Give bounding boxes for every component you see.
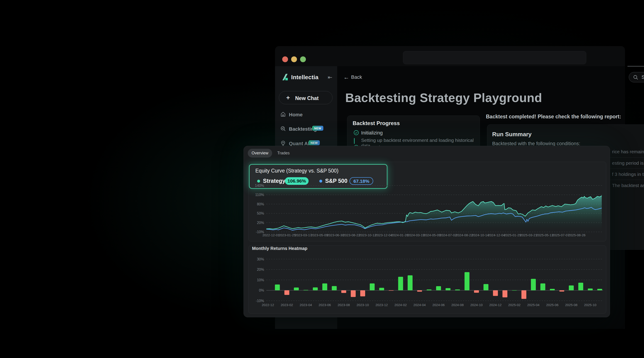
progress-card-title: Backtest Progress [353, 120, 400, 126]
progress-detail-rail [354, 138, 355, 144]
back-button[interactable]: ←Back [344, 74, 362, 81]
new-badge: NEW [312, 126, 323, 131]
new-chat-button[interactable]: + New Chat [279, 91, 332, 104]
monthly-returns-card [248, 245, 606, 313]
strategy-return-badge: 106.96% [285, 177, 308, 185]
strategy-legend-label: Strategy [263, 178, 285, 184]
run-summary-title: Run Summary [492, 131, 532, 138]
panel-divider [628, 66, 644, 67]
report-overlay: Overview Trades Equity Curve (Strategy v… [244, 146, 610, 317]
window-titlebar [275, 46, 625, 66]
search-icon [633, 75, 638, 80]
equity-chart-title: Equity Curve (Strategy vs. S&P 500) [255, 168, 338, 174]
monthly-returns-title: Monthly Returns Heatmap [252, 246, 308, 251]
backtest-chart-icon [280, 126, 286, 132]
sp500-return-badge: 67.18% [350, 177, 373, 185]
address-bar[interactable] [403, 51, 586, 64]
brand-row: Intellectia ⇤ [281, 73, 332, 82]
sidebar-item-home[interactable]: Home [275, 111, 337, 120]
home-icon [280, 111, 286, 117]
sidebar-item-backtesting[interactable]: Backtesting NEW [275, 125, 337, 135]
maximize-window-button[interactable] [300, 56, 306, 62]
brand-name: Intellectia [291, 74, 318, 81]
tab-overview[interactable]: Overview [248, 149, 272, 158]
sp500-dot-icon [319, 180, 322, 183]
progress-step-initializing: Initializing [361, 130, 383, 136]
search-input[interactable]: S [629, 72, 644, 82]
strategy-dot-icon [257, 180, 260, 183]
check-circle-icon [354, 130, 359, 137]
desktop: Intellectia ⇤ + New Chat Home Backtestin… [0, 0, 644, 358]
report-tabs: Overview Trades [248, 149, 294, 158]
completed-message: Backtest completed! Please check the fol… [486, 114, 621, 120]
sp500-legend-label: S&P 500 [325, 178, 348, 184]
tab-trades[interactable]: Trades [274, 149, 294, 158]
plus-icon: + [286, 94, 290, 101]
close-window-button[interactable] [282, 56, 288, 62]
search-text: S [642, 74, 644, 80]
new-badge: NEW [308, 140, 320, 145]
page-title: Backtesting Strategy Playground [345, 91, 542, 105]
brand-logo-icon [281, 73, 289, 82]
collapse-sidebar-icon[interactable]: ⇤ [328, 74, 332, 81]
equity-legend-card[interactable]: Equity Curve (Strategy vs. S&P 500) Stra… [249, 164, 387, 189]
lightbulb-icon [280, 140, 286, 146]
minimize-window-button[interactable] [291, 56, 297, 62]
back-arrow-icon: ← [344, 74, 349, 81]
